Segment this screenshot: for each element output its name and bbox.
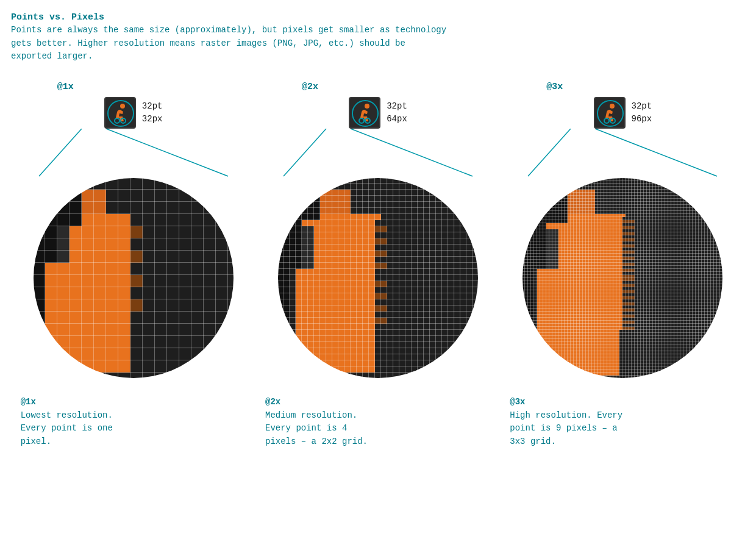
svg-line-8: [284, 129, 326, 176]
icon-info-3x: 32pt 96px: [594, 97, 652, 129]
caption-body-3x: High resolution. Everypoint is 9 pixels …: [510, 410, 622, 446]
pt-px-info-3x: 32pt 96px: [632, 100, 652, 126]
pixel-zoom-3x: [522, 177, 723, 379]
connector-1x: [33, 129, 234, 177]
caption-title-1x: @1x: [21, 396, 246, 409]
caption-body-2x: Medium resolution.Every point is 4pixels…: [265, 410, 368, 446]
icon-info-2x: 32pt 64px: [349, 97, 407, 129]
connector-2x: [277, 129, 479, 177]
header-section: Points vs. Pixels Points are always the …: [11, 11, 745, 63]
icon-box-2x: [349, 97, 380, 129]
svg-point-5: [365, 104, 369, 109]
caption-1x: @1x Lowest resolution.Every point is one…: [21, 396, 246, 449]
connector-svg-2x: [277, 129, 479, 177]
connector-3x: [522, 129, 723, 177]
caption-title-3x: @3x: [510, 396, 735, 409]
accessibility-icon-2x: [354, 102, 376, 124]
svg-point-0: [120, 104, 125, 109]
diagram-1x: @1x 32pt 32px: [21, 82, 246, 379]
connector-svg-1x: [33, 129, 234, 177]
svg-point-1: [115, 118, 119, 123]
pt-px-info-2x: 32pt 64px: [387, 100, 407, 126]
captions-row: @1x Lowest resolution.Every point is one…: [11, 396, 745, 449]
svg-line-3: [39, 129, 82, 176]
header-body: Points are always the same size (approxi…: [11, 24, 743, 63]
svg-line-4: [106, 129, 228, 176]
accessibility-icon-1x: [109, 102, 131, 124]
caption-body-1x: Lowest resolution.Every point is onepixe…: [21, 410, 113, 446]
diagrams-row: @1x 32pt 32px: [11, 82, 745, 379]
svg-line-13: [528, 129, 571, 176]
caption-2x: @2x Medium resolution.Every point is 4pi…: [265, 396, 491, 449]
svg-point-10: [610, 104, 615, 109]
scale-label-3x: @3x: [546, 82, 563, 92]
scale-label-2x: @2x: [302, 82, 318, 92]
svg-line-9: [351, 129, 472, 176]
accessibility-icon-3x: [599, 102, 621, 124]
svg-point-11: [604, 118, 609, 123]
connector-svg-3x: [522, 129, 723, 177]
pixel-zoom-2x: [277, 177, 479, 379]
icon-box-1x: [104, 97, 136, 129]
page-title: Points vs. Pixels: [11, 11, 745, 24]
diagram-3x: @3x 32pt 96px: [510, 82, 735, 379]
svg-line-14: [595, 129, 717, 176]
pt-px-info-1x: 32pt 32px: [142, 100, 163, 126]
icon-box-3x: [594, 97, 626, 129]
caption-3x: @3x High resolution. Everypoint is 9 pix…: [510, 396, 735, 449]
icon-info-1x: 32pt 32px: [104, 97, 163, 129]
svg-point-6: [359, 118, 364, 123]
diagram-2x: @2x 32pt 64px: [265, 82, 491, 379]
scale-label-1x: @1x: [57, 82, 74, 92]
pixel-zoom-1x: [33, 177, 234, 379]
caption-title-2x: @2x: [265, 396, 491, 409]
